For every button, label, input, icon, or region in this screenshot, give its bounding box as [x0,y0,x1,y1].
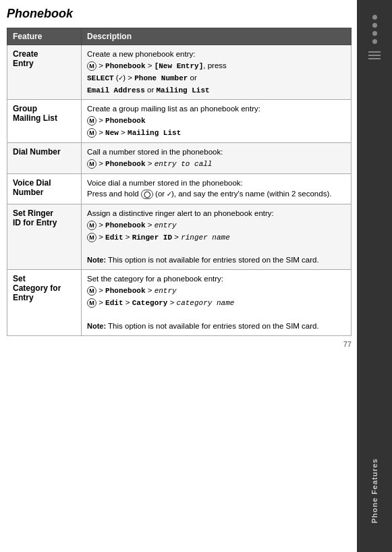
menu-icon: M [87,61,96,71]
feature-cell: CreateEntry [7,45,82,100]
menu-icon: M [87,298,96,308]
feature-cell: Set RingerID for Entry [7,204,82,270]
desc-cell: Assign a distinctive ringer alert to an … [82,204,352,270]
feature-cell: Dial Number [7,143,82,174]
sidebar-decoration [368,15,381,59]
menu-icon: M [87,159,96,169]
desc-cell: Voice dial a number stored in the phoneb… [82,173,352,204]
table-row: Voice DialNumber Voice dial a number sto… [7,173,352,204]
menu-icon: M [87,233,96,242]
table-row: GroupMailing List Create a group mailing… [7,100,352,143]
hold-icon: ◯ [141,190,153,199]
col-feature: Feature [7,28,82,45]
dot-3 [372,31,377,36]
table-row: Set RingerID for Entry Assign a distinct… [7,204,352,270]
right-sidebar: Phone Features [357,0,392,552]
dot-2 [372,23,377,28]
col-description: Description [82,28,352,45]
dot-1 [372,15,377,20]
desc-cell: Create a group mailing list as an phoneb… [82,100,352,143]
menu-icon: M [87,221,96,230]
sidebar-lines [368,51,381,59]
desc-cell: Call a number stored in the phonebook: M… [82,143,352,174]
table-row: CreateEntry Create a new phonebook entry… [7,45,352,100]
menu-icon: M [87,128,96,138]
desc-cell: Set the category for a phonebook entry: … [82,270,352,335]
features-table: Feature Description CreateEntry Create a… [7,28,352,336]
feature-cell: GroupMailing List [7,100,82,143]
line-1 [368,51,381,53]
feature-cell: Voice DialNumber [7,173,82,204]
line-3 [368,58,381,59]
dot-4 [372,39,377,44]
page-number: 77 [7,340,352,348]
feature-cell: SetCategory forEntry [7,270,82,335]
table-row: Dial Number Call a number stored in the … [7,143,352,174]
menu-icon: M [87,116,96,126]
line-2 [368,55,381,56]
sidebar-label: Phone Features [370,458,379,524]
menu-icon: M [87,286,96,296]
desc-cell: Create a new phonebook entry: M > Phoneb… [82,45,352,100]
page-title: Phonebook [7,7,352,21]
table-row: SetCategory forEntry Set the category fo… [7,270,352,335]
main-content: Phonebook Feature Description CreateEntr… [0,0,357,552]
